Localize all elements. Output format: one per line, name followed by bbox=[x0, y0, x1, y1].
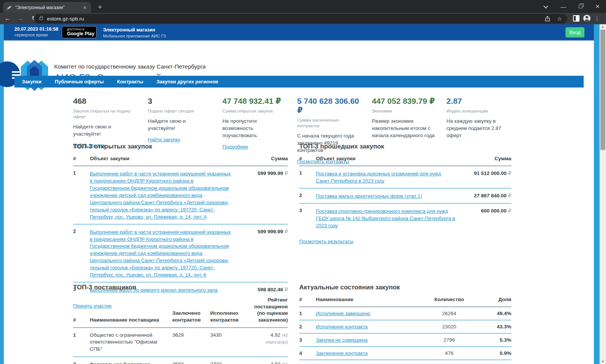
supplier-name: Федеральное бюджетное bbox=[90, 361, 172, 364]
window-restore-icon[interactable] bbox=[572, 0, 589, 13]
stat-desc: Не пропустите возможность поучаствовать bbox=[222, 118, 287, 139]
scrollbar-thumb[interactable] bbox=[600, 30, 605, 150]
nav-item-contracts[interactable]: Контракты bbox=[117, 79, 143, 84]
rating-value: 4.92 bbox=[270, 332, 280, 338]
purchase-link[interactable]: Поставка и установка дорожных ограждений… bbox=[316, 171, 441, 184]
col-executed: Исполнено контрактов bbox=[210, 310, 248, 323]
stat-value: 447 052 839.79 ₽ bbox=[372, 97, 437, 106]
mobile-app-info: Электронный магазин Мобильное приложение… bbox=[103, 27, 166, 38]
supplier-name: Общество с ограниченной ответственностью… bbox=[90, 332, 172, 353]
stat-label: Закупок открытых на подачу оферт bbox=[73, 108, 138, 120]
login-button[interactable]: Вход bbox=[565, 27, 584, 37]
google-play-badge[interactable]: ДОСТУПНО В Google Play bbox=[62, 26, 97, 38]
stat-label: Экономия bbox=[372, 108, 437, 114]
col-object: Объект закупки bbox=[90, 156, 241, 161]
tab-search-chevron-icon[interactable] bbox=[538, 0, 555, 13]
purchase-link[interactable]: Поставка спортивно-тренировочного компле… bbox=[316, 208, 455, 228]
section-title: Актуальные состояния закупок bbox=[299, 284, 511, 291]
app-title: Электронный магазин bbox=[103, 27, 166, 33]
favicon-gavel-icon bbox=[6, 5, 12, 11]
status-share: 49.4% bbox=[479, 311, 511, 316]
col-sum: Сумма bbox=[464, 156, 511, 161]
table-row: 1 Поставка и установка дорожных огражден… bbox=[299, 166, 511, 189]
nav-item-zakupki[interactable]: Закупки bbox=[22, 79, 41, 84]
browser-toolbar: ← → ↻ ⌂ estore.gz-spb.ru ☆ ⋮ bbox=[0, 13, 606, 24]
status-count: 26264 bbox=[419, 311, 479, 316]
col-name: Наименование bbox=[316, 297, 419, 302]
status-count: 23020 bbox=[419, 324, 479, 330]
view-results-link[interactable]: Посмотреть результаты bbox=[299, 239, 353, 244]
page-scrollbar[interactable]: ▲ ▼ bbox=[600, 24, 606, 364]
row-num: 3 bbox=[299, 337, 316, 343]
committee-name: Комитет по государственному заказу Санкт… bbox=[54, 63, 206, 70]
url-text[interactable]: estore.gz-spb.ru bbox=[47, 16, 545, 22]
col-num: # bbox=[299, 297, 316, 302]
stat-value: 3 bbox=[148, 97, 212, 106]
badge-available-label: ДОСТУПНО В bbox=[67, 28, 94, 31]
table-row: 2 Федеральное бюджетное 3592 2733 4.92 (… bbox=[73, 357, 288, 364]
row-sum: 91 512 000.00 bbox=[474, 170, 506, 176]
stat-value: 47 748 932.41 ₽ bbox=[222, 97, 287, 106]
rating-value: 4.92 bbox=[270, 361, 280, 364]
executed-count: 3430 bbox=[210, 332, 248, 353]
table-row: 1 Исполнение завершено 26264 49.4% bbox=[299, 307, 511, 320]
status-link[interactable]: Закупка не совершена bbox=[316, 337, 367, 343]
stat-desc: Размер экономии накопительным итогом с н… bbox=[372, 118, 437, 139]
forward-icon[interactable]: → bbox=[16, 14, 25, 23]
table-header: # Объект закупки Сумма bbox=[299, 156, 511, 166]
site-top-bar: 20.07.2023 01:16:58 серверное время ДОСТ… bbox=[4, 24, 594, 41]
status-share: 5.3% bbox=[479, 337, 511, 343]
nav-item-other-regions[interactable]: Закупки других регионов bbox=[156, 79, 218, 84]
window-minimize-icon[interactable]: — bbox=[555, 0, 572, 13]
back-icon[interactable]: ← bbox=[3, 14, 12, 23]
side-panel-icon[interactable] bbox=[573, 15, 579, 22]
scroll-up-icon[interactable]: ▲ bbox=[600, 24, 606, 29]
purchase-link[interactable]: Выполнение работ в части устранения нару… bbox=[90, 229, 231, 278]
nav-item-public-offers[interactable]: Публичные оферты bbox=[55, 79, 104, 84]
purchase-link[interactable]: Выполнение работ в части устранения нару… bbox=[90, 171, 231, 220]
ruble-sign: ₽ bbox=[508, 208, 511, 214]
status-link[interactable]: Исполнение контракта bbox=[316, 324, 368, 330]
row-num: 2 bbox=[299, 192, 316, 200]
section-title: ТОП-3 прошедших закупок bbox=[299, 143, 511, 150]
window-close-icon[interactable]: × bbox=[589, 0, 606, 13]
stat-label: Сумма заключенных контрактов bbox=[297, 117, 362, 129]
stat-value: 468 bbox=[73, 97, 138, 106]
col-num: # bbox=[73, 156, 90, 161]
address-bar[interactable]: estore.gz-spb.ru ☆ bbox=[34, 14, 567, 23]
row-num: 1 bbox=[299, 311, 316, 316]
status-link[interactable]: Исполнение завершено bbox=[316, 311, 370, 316]
status-count: 2796 bbox=[419, 337, 479, 343]
col-sum: Сумма bbox=[241, 156, 288, 161]
share-icon[interactable] bbox=[545, 16, 550, 22]
site-container: 20.07.2023 01:16:58 серверное время ДОСТ… bbox=[4, 24, 594, 364]
bookmark-star-icon[interactable]: ☆ bbox=[557, 16, 562, 22]
row-sum: 599 999.99 bbox=[258, 229, 283, 234]
col-supplier-name: Наименование поставщика bbox=[90, 317, 172, 323]
browser-tab[interactable]: "Электронный магазин" × bbox=[3, 2, 91, 13]
scroll-down-icon[interactable]: ▼ bbox=[600, 359, 606, 364]
browser-menu-icon[interactable]: ⋮ bbox=[594, 15, 600, 22]
section-title: ТОП-3 открытых закупок bbox=[73, 143, 288, 150]
row-num: 2 bbox=[299, 324, 316, 330]
status-link[interactable]: Заключение контракта bbox=[316, 350, 368, 356]
col-signed: Заключено контрактов bbox=[172, 310, 210, 323]
signed-count: 3592 bbox=[172, 361, 210, 364]
row-sum: 27 867 840.00 bbox=[474, 193, 506, 198]
col-share: Доля bbox=[479, 297, 511, 302]
table-row: 2 Поставка малых архитектурных форм (эта… bbox=[299, 189, 511, 204]
profile-icon[interactable] bbox=[583, 15, 590, 22]
stat-value: 2.87 bbox=[447, 97, 511, 106]
ruble-sign: ₽ bbox=[508, 170, 511, 176]
server-time-label: серверное время bbox=[14, 33, 58, 37]
find-purchase-link[interactable]: Найти закупку bbox=[148, 137, 180, 142]
tab-close-icon[interactable]: × bbox=[82, 4, 88, 11]
status-share: 43.3% bbox=[479, 324, 511, 330]
table-row: 2 Исполнение контракта 23020 43.3% bbox=[299, 320, 511, 334]
main-navigation: Закупки Публичные оферты Контракты Закуп… bbox=[14, 76, 584, 87]
table-row: 4 Заключение контракта 476 0.9% bbox=[299, 347, 511, 360]
row-num: 1 bbox=[73, 332, 90, 353]
site-header: Комитет по государственному заказу Санкт… bbox=[4, 42, 594, 76]
new-tab-icon[interactable]: + bbox=[95, 3, 105, 11]
purchase-link[interactable]: Поставка малых архитектурных форм (этап … bbox=[316, 193, 422, 199]
